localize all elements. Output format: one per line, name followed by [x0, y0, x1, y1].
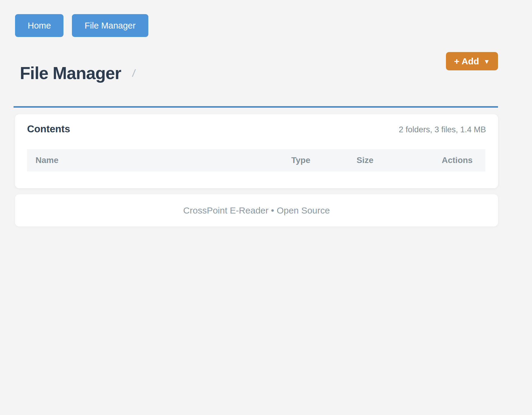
footer: CrossPoint E-Reader • Open Source — [15, 194, 498, 226]
add-button-label: + Add — [454, 56, 479, 66]
contents-heading: Contents — [27, 123, 70, 135]
file-manager-nav-button[interactable]: File Manager — [72, 14, 148, 37]
contents-panel: Contents 2 folders, 3 files, 1.4 MB Name… — [15, 114, 498, 188]
page-title: File Manager — [20, 65, 121, 82]
top-nav: Home File Manager — [15, 14, 498, 37]
column-header-name: Name — [27, 155, 291, 165]
column-header-size: Size — [357, 155, 442, 165]
breadcrumb-separator: / — [132, 67, 136, 79]
footer-text: CrossPoint E-Reader • Open Source — [183, 205, 330, 216]
file-table: Name Type Size Actions — [27, 149, 485, 171]
home-nav-button[interactable]: Home — [15, 14, 63, 37]
page: Home File Manager File Manager / + Add ▼… — [0, 0, 498, 226]
chevron-down-icon: ▼ — [484, 58, 490, 65]
contents-summary: 2 folders, 3 files, 1.4 MB — [399, 125, 486, 134]
page-header: File Manager / + Add ▼ — [15, 52, 498, 89]
title-divider — [14, 106, 498, 108]
add-button[interactable]: + Add ▼ — [446, 52, 498, 70]
column-header-type: Type — [291, 155, 357, 165]
table-header-row: Name Type Size Actions — [27, 149, 485, 171]
column-header-actions: Actions — [442, 155, 485, 165]
